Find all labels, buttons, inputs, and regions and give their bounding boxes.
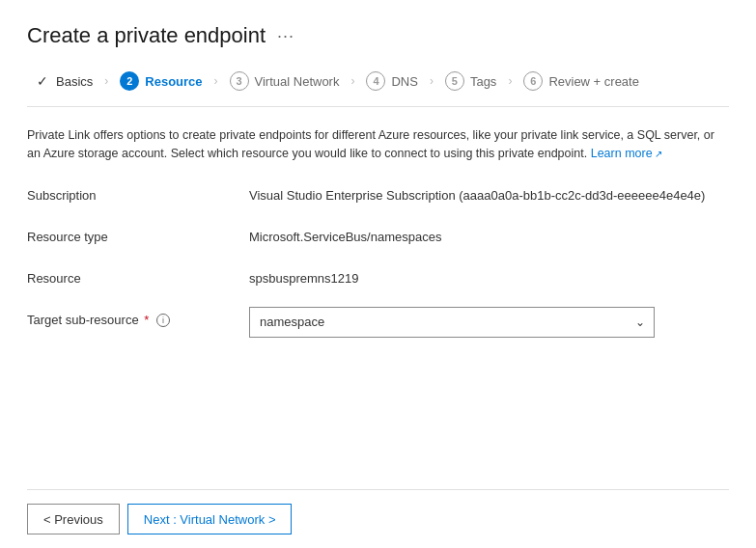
step-sep-5: › [506, 74, 514, 88]
required-indicator: * [144, 313, 149, 327]
step-basics[interactable]: ✓ Basics [27, 69, 102, 93]
step-label-review-create: Review + create [548, 74, 639, 89]
step-sep-3: › [349, 74, 356, 88]
step-virtual-network[interactable]: 3 Virtual Network [220, 68, 350, 95]
step-review-create[interactable]: 6 Review + create [514, 68, 649, 95]
description-text: Private Link offers options to create pr… [27, 126, 722, 163]
subscription-label: Subscription [27, 182, 249, 203]
step-circle-review-create: 6 [523, 71, 543, 91]
step-circle-dns: 4 [366, 71, 385, 91]
step-label-basics: Basics [56, 74, 93, 89]
step-tags[interactable]: 5 Tags [435, 68, 506, 95]
resource-label: Resource [27, 265, 249, 286]
previous-button[interactable]: < Previous [27, 504, 120, 534]
content-area: Private Link offers options to create pr… [27, 126, 729, 489]
target-sub-resource-dropdown-wrapper: namespace ⌄ [249, 307, 655, 338]
step-sep-4: › [428, 74, 435, 88]
resource-row: Resource spsbuspremns1219 [27, 261, 729, 286]
step-label-virtual-network: Virtual Network [255, 74, 340, 89]
next-button[interactable]: Next : Virtual Network > [127, 504, 293, 534]
step-circle-resource: 2 [120, 71, 139, 91]
resource-type-value: Microsoft.ServiceBus/namespaces [249, 224, 441, 244]
target-sub-resource-label: Target sub-resource * i [27, 307, 249, 328]
steps-row: ✓ Basics › 2 Resource › 3 Virtual Networ… [27, 68, 729, 107]
step-dns[interactable]: 4 DNS [356, 68, 427, 95]
subscription-row: Subscription Visual Studio Enterprise Su… [27, 178, 729, 203]
page-title-row: Create a private endpoint ··· [27, 23, 729, 48]
subscription-value: Visual Studio Enterprise Subscription (a… [249, 182, 705, 203]
step-circle-tags: 5 [445, 71, 464, 91]
target-sub-resource-dropdown[interactable]: namespace [249, 307, 655, 338]
more-options-icon[interactable]: ··· [277, 26, 294, 46]
step-resource[interactable]: 2 Resource [110, 68, 211, 95]
page-container: Create a private endpoint ··· ✓ Basics ›… [0, 0, 756, 548]
resource-type-row: Resource type Microsoft.ServiceBus/names… [27, 220, 729, 244]
footer: < Previous Next : Virtual Network > [27, 489, 729, 548]
step-check-basics: ✓ [37, 73, 48, 89]
learn-more-link[interactable]: Learn more [591, 147, 663, 160]
resource-type-label: Resource type [27, 224, 249, 244]
resource-value: spsbuspremns1219 [249, 265, 358, 286]
step-sep-2: › [212, 74, 220, 88]
step-label-resource: Resource [145, 74, 202, 89]
target-sub-resource-row: Target sub-resource * i namespace ⌄ [27, 303, 729, 338]
step-circle-virtual-network: 3 [230, 71, 249, 91]
info-icon[interactable]: i [156, 314, 170, 327]
page-title: Create a private endpoint [27, 23, 266, 48]
step-sep-1: › [102, 74, 110, 88]
step-label-tags: Tags [470, 74, 496, 89]
step-label-dns: DNS [391, 74, 417, 89]
